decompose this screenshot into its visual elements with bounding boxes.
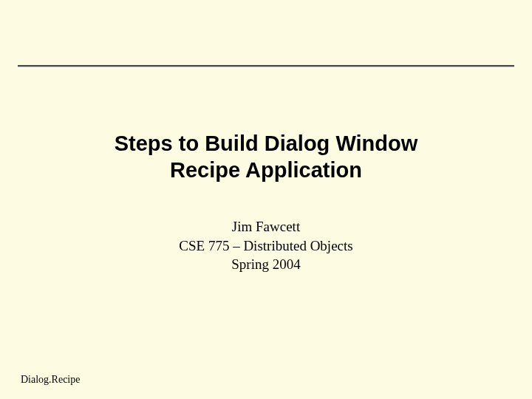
- title-line-1: Steps to Build Dialog Window: [0, 130, 532, 157]
- course-line: CSE 775 – Distributed Objects: [0, 236, 532, 256]
- author-line: Jim Fawcett: [0, 217, 532, 236]
- title-line-2: Recipe Application: [0, 157, 532, 183]
- divider-rule: [18, 65, 514, 67]
- title-block: Steps to Build Dialog Window Recipe Appl…: [0, 130, 532, 184]
- term-line: Spring 2004: [0, 255, 532, 274]
- subtitle-block: Jim Fawcett CSE 775 – Distributed Object…: [0, 217, 532, 274]
- footer-label: Dialog.Recipe: [21, 374, 80, 386]
